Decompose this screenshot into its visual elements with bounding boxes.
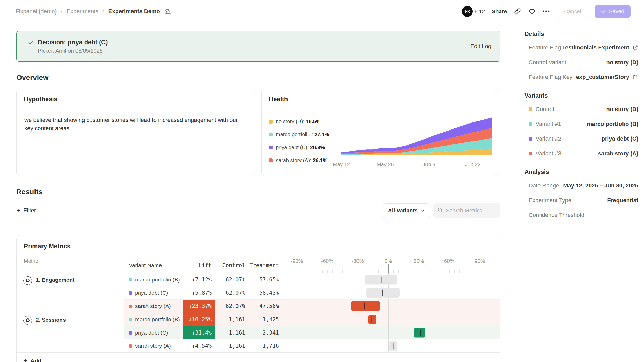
- sidebar-row: Feature Flag Keyexp_customerStory: [524, 70, 638, 84]
- sidebar-row-label: Control: [536, 106, 554, 113]
- table-row[interactable]: priya debt (C)↑31.4%1,1612,341: [124, 326, 500, 339]
- axis-minor-tick: [373, 270, 373, 273]
- confidence-interval-bar: [351, 301, 380, 311]
- variant-swatch-icon: [529, 107, 532, 111]
- sidebar-row-label-group: Date Range: [529, 182, 559, 189]
- treatment-value: 1,425: [249, 313, 283, 326]
- add-label: Add: [30, 358, 41, 362]
- metric-target-icon: [23, 316, 32, 325]
- copy-link-button[interactable]: [514, 8, 521, 15]
- breadcrumb-project[interactable]: Fixpanel {demo}: [16, 8, 57, 15]
- main-panel: Decision: priya debt (C) Picker, Amit on…: [0, 23, 519, 362]
- axis-minor-tick: [459, 270, 460, 273]
- variants-dropdown[interactable]: All Variants: [383, 203, 430, 218]
- legend-label: priya debt (C):: [276, 144, 309, 150]
- column-header-variant: Variant Name: [124, 256, 183, 273]
- table-row[interactable]: priya debt (C)↓5.87%62.07%58.43%: [124, 286, 500, 299]
- control-value: 62.07%: [215, 300, 249, 313]
- more-options-button[interactable]: [543, 8, 550, 14]
- edit-log-button[interactable]: Edit Log: [470, 43, 491, 50]
- legend-label: marco portfoli...:: [276, 132, 313, 137]
- page-content: Decision: priya debt (C) Picker, Amit on…: [0, 23, 644, 362]
- sidebar-row-value-group: sarah story (A): [598, 150, 638, 157]
- clipboard-icon[interactable]: [632, 74, 638, 80]
- variant-swatch-icon: [529, 152, 532, 155]
- axis-tick-label: 30%: [414, 258, 424, 264]
- axis-minor-tick: [348, 270, 348, 273]
- axis-minor-tick: [465, 270, 465, 273]
- results-toolbar: Filter All Variants: [16, 203, 500, 218]
- decision-subtitle: Picker, Amit on 08/05/2025: [38, 48, 108, 54]
- treatment-value: 1,716: [249, 339, 283, 352]
- variant-name: marco portfolio (B): [135, 316, 180, 323]
- results-heading: Results: [16, 188, 500, 196]
- table-row[interactable]: marco portfolio (B)↓7.12%62.07%57.65%: [124, 273, 500, 286]
- metric-group: 1. Engagementmarco portfolio (B)↓7.12%62…: [17, 273, 500, 313]
- axis-tick-label: -90%: [291, 258, 303, 264]
- metrics-search: [433, 203, 500, 218]
- axis-minor-tick: [358, 270, 358, 273]
- avatar[interactable]: Fk: [462, 6, 473, 17]
- health-title: Health: [262, 89, 498, 108]
- variant-cell: sarah story (A): [124, 339, 183, 352]
- overview-cards: Hypothesis we believe that showing custo…: [16, 89, 500, 176]
- share-button[interactable]: Share: [492, 8, 507, 15]
- legend-value: 18.5%: [306, 119, 321, 125]
- sidebar-row-label-group: Control Variant: [529, 59, 566, 66]
- sidebar-row-value-group: Testimonials Experiment: [562, 44, 638, 51]
- sidebar-row: Variant #2priya debt (C): [524, 131, 638, 146]
- axis-minor-tick: [449, 270, 450, 273]
- section-heading: Variants: [524, 92, 638, 99]
- point-estimate-marker: [420, 330, 421, 336]
- search-icon: [437, 207, 443, 214]
- breadcrumb-current-page[interactable]: Experiments Demo: [108, 8, 160, 15]
- axis-tick-label: 60%: [444, 258, 454, 264]
- sidebar-row-value-group: no story (D): [606, 59, 638, 66]
- sidebar-row-value-group: May 12, 2025 – Jun 30, 2025: [563, 182, 638, 189]
- control-value: 1,161: [215, 313, 249, 326]
- x-tick-label: May 12: [333, 162, 350, 168]
- point-estimate-marker: [372, 316, 372, 323]
- table-row[interactable]: sarah story (A)↓23.37%62.07%47.56%: [124, 299, 500, 313]
- search-metrics-input[interactable]: [446, 207, 497, 214]
- variant-name: marco portfolio (B): [135, 277, 180, 283]
- table-row[interactable]: marco portfolio (B)↓16.25%1,1611,425: [124, 313, 500, 326]
- lift-cell: ↓16.25%: [183, 313, 215, 326]
- control-value: 62.07%: [215, 273, 249, 286]
- axis-minor-tick: [292, 270, 292, 273]
- axis-minor-tick: [383, 270, 383, 273]
- metric-target-icon-core: [26, 318, 30, 322]
- axis-minor-tick: [332, 270, 333, 273]
- collaborators[interactable]: Fk + 12: [462, 6, 485, 17]
- table-row[interactable]: sarah story (A)↑4.54%1,1611,716: [124, 339, 500, 352]
- cancel-button[interactable]: Cancel: [557, 5, 588, 18]
- sidebar-row-label-group: Experiment Type: [529, 197, 571, 204]
- zero-line: [388, 326, 389, 339]
- axis-minor-tick: [302, 270, 302, 273]
- saved-button[interactable]: Saved: [595, 5, 631, 18]
- legend-value: 28.3%: [310, 144, 325, 150]
- sidebar-row-label-group: Feature Flag Key: [529, 74, 572, 81]
- point-estimate-marker: [364, 303, 365, 309]
- health-legend-item: sarah story (A): 26.1%: [269, 157, 337, 163]
- axis-minor-tick: [434, 270, 434, 273]
- forest-plot-axis: -90%-60%-30%0%30%60%90%: [283, 256, 500, 273]
- favorite-button[interactable]: [528, 8, 536, 15]
- hypothesis-text: we believe that showing customer stories…: [17, 108, 255, 140]
- sidebar-row-label-group: Feature Flag: [529, 44, 561, 51]
- sidebar-row-value: marco portfolio (B): [587, 121, 638, 127]
- sidebar-row-label-group: Confidence Threshold: [529, 212, 584, 219]
- breadcrumb-experiments[interactable]: Experiments: [67, 8, 98, 15]
- axis-minor-tick: [429, 270, 429, 273]
- external-link-icon[interactable]: [632, 45, 638, 50]
- add-metric-row: Add: [17, 352, 500, 362]
- confidence-interval-plot: [283, 339, 500, 352]
- metric-group: 2. Sessionsmarco portfolio (B)↓16.25%1,1…: [17, 313, 500, 352]
- metric-cell: 2. Sessions: [17, 313, 124, 352]
- add-metric-button[interactable]: Add: [23, 357, 41, 362]
- axis-minor-tick: [322, 270, 323, 273]
- add-filter-button[interactable]: Filter: [16, 207, 36, 214]
- variant-swatch-icon: [129, 291, 132, 295]
- axis-minor-tick: [444, 270, 444, 273]
- sidebar-row-value-group: exp_customerStory: [576, 74, 638, 81]
